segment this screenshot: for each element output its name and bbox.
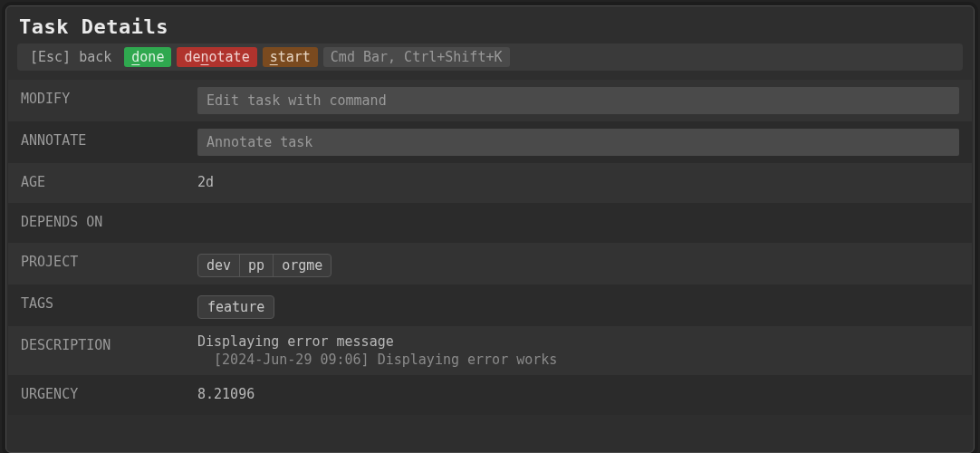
tags-row: TAGS feature [8,284,972,326]
age-row: AGE 2d [8,163,972,203]
depends-value [197,210,959,214]
project-crumb[interactable]: orgme [274,255,331,276]
urgency-row: URGENCY 8.21096 [8,375,972,415]
command-bar: [Esc] back done denotate start Cmd Bar, … [17,43,963,71]
denotate-button[interactable]: denotate [177,47,256,67]
description-row: DESCRIPTION Displaying error message [20… [8,326,972,375]
task-details-modal: Task Details [Esc] back done denotate st… [5,5,975,453]
tag-chip[interactable]: feature [197,295,274,319]
project-row: PROJECT dev pp orgme [8,243,972,284]
annotate-row: ANNOTATE [8,121,972,163]
project-label: PROJECT [21,250,197,270]
modify-input[interactable] [197,87,959,114]
annotate-label: ANNOTATE [21,129,197,149]
description-annotation: [2024-Jun-29 09:06] Displaying error wor… [197,352,959,368]
project-crumb[interactable]: dev [198,255,240,276]
urgency-value: 8.21096 [197,382,959,402]
description-label: DESCRIPTION [21,333,197,353]
modify-row: MODIFY [8,80,972,121]
tags-label: TAGS [21,292,197,312]
depends-label: DEPENDS ON [21,210,197,230]
esc-back-hint[interactable]: [Esc] back [23,47,119,67]
project-breadcrumb[interactable]: dev pp orgme [197,254,331,277]
age-label: AGE [21,170,197,190]
fields-list: MODIFY ANNOTATE AGE 2d DEPENDS ON PROJEC… [6,80,974,452]
modal-title: Task Details [6,6,974,43]
annotate-input[interactable] [197,129,959,156]
depends-row: DEPENDS ON [8,203,972,243]
start-button[interactable]: start [263,47,318,67]
urgency-label: URGENCY [21,382,197,402]
description-text: Displaying error message [197,333,959,350]
project-crumb[interactable]: pp [240,255,274,276]
cmdbar-hint[interactable]: Cmd Bar, Ctrl+Shift+K [323,47,510,67]
done-button[interactable]: done [124,47,171,67]
modify-label: MODIFY [21,87,197,107]
age-value: 2d [197,170,959,190]
